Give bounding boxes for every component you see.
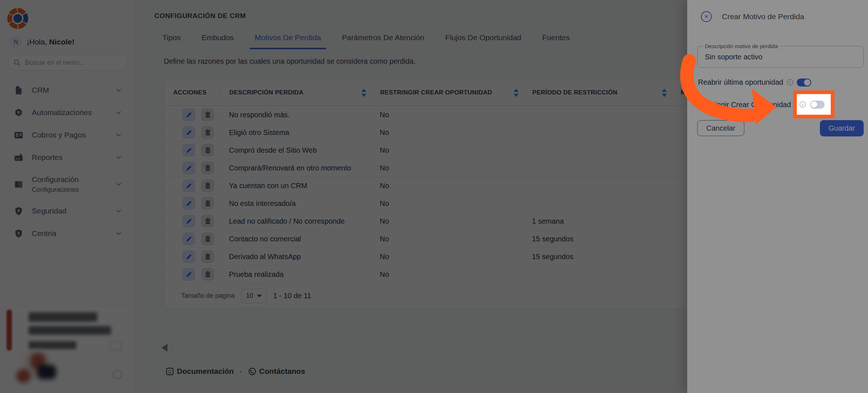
info-icon[interactable]: i xyxy=(800,101,806,107)
tutorial-dim-overlay xyxy=(0,0,868,393)
restringir-toggle-highlighted[interactable] xyxy=(810,101,825,109)
app-root: N ¡Hola, Nicole! CRM Automatizaciones Co… xyxy=(0,0,868,393)
restringir-toggle-highlight: i xyxy=(793,90,834,118)
